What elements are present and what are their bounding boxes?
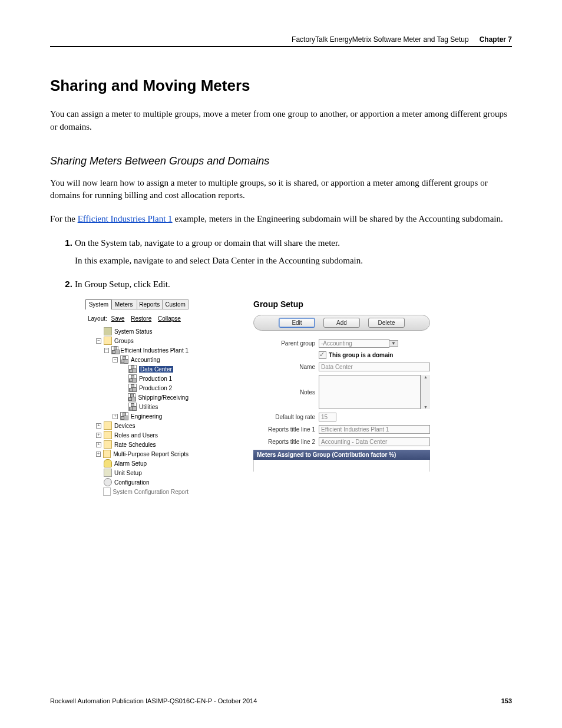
org-icon [120,355,128,364]
tree-unit[interactable]: Unit Setup [88,468,189,477]
intro-paragraph: You can assign a meter to multiple group… [50,108,512,134]
expander-icon[interactable]: − [96,338,101,344]
folder-icon [104,337,112,345]
org-icon [111,346,118,354]
meters-assigned-header: Meters Assigned to Group (Contribution f… [253,450,430,460]
efficient-industries-link[interactable]: Efficient Industries Plant 1 [78,214,173,223]
header-rule [50,46,512,47]
embedded-screenshot: System Meters Reports Custom Layout: Sav… [85,299,512,496]
status-icon [104,327,112,335]
layout-links: Layout: Save Restore Collapse [88,315,189,322]
heading-2: Sharing Meters Between Groups and Domain… [50,155,512,167]
system-tree-panel: System Meters Reports Custom Layout: Sav… [85,299,189,496]
name-label: Name [253,364,319,370]
page-footer: Rockwell Automation Publication IASIMP-Q… [50,697,512,704]
expander-icon[interactable]: + [113,414,118,419]
lograte-label: Default log rate [253,414,319,420]
org-icon [128,365,137,373]
nav-tree: System Status −Groups −Efficient Industr… [85,327,189,496]
layout-label: Layout: [88,315,107,322]
tree-devices[interactable]: +Devices [88,421,189,430]
tree-shipping[interactable]: Shipping/Receiving [88,393,189,402]
step-1-sub: In this example, navigate to and select … [75,255,512,268]
tree-rates[interactable]: +Rate Schedules [88,440,189,449]
tree-production-1[interactable]: Production 1 [88,374,189,383]
tree-data-center[interactable]: Data Center [88,364,189,374]
rt1-label: Reports title line 1 [253,426,319,433]
notes-field[interactable] [319,375,421,409]
group-setup-form: Group Setup Edit Add Delete Parent group… [253,299,430,472]
tab-meters[interactable]: Meters [111,300,137,309]
tree-roles[interactable]: +Roles and Users [88,430,189,440]
tree-alarm[interactable]: Alarm Setup [88,459,189,468]
tree-syscfg[interactable]: System Configuration Report [88,487,189,496]
bell-icon [104,459,112,467]
folder-icon [103,450,111,458]
add-button[interactable]: Add [323,318,360,328]
rt1-field[interactable]: Efficient Industries Plant 1 [319,425,430,434]
tree-mprs[interactable]: +Multi-Purpose Report Scripts [88,449,189,459]
org-icon [128,374,137,383]
expander-icon[interactable]: + [96,442,101,447]
page-number: 153 [501,697,512,704]
org-icon [128,384,137,392]
paragraph-3: For the Efficient Industries Plant 1 exa… [50,213,512,226]
running-header: FactoryTalk EnergyMetrix Software Meter … [50,35,512,44]
form-title: Group Setup [253,299,430,309]
steps-list: On the System tab, navigate to a group o… [50,236,512,291]
delete-button[interactable]: Delete [368,318,405,328]
scrollbar[interactable]: ▲▼ [421,375,430,409]
tab-reports[interactable]: Reports [137,300,163,309]
gear-icon [104,478,112,486]
org-icon [128,403,137,411]
tree-config[interactable]: Configuration [88,477,189,487]
lograte-field[interactable]: 15 [319,413,336,421]
expander-icon[interactable]: − [113,357,118,363]
p3-after: example, meters in the Engineering subdo… [173,214,503,223]
notes-label: Notes [253,375,319,396]
header-topic: FactoryTalk EnergyMetrix Software Meter … [292,35,469,44]
folder-icon [104,421,112,430]
tabs: System Meters Reports Custom [85,299,189,309]
parent-group-select[interactable]: -Accounting [319,339,389,348]
tree-plant[interactable]: −Efficient Industries Plant 1 [88,345,189,355]
tab-system[interactable]: System [85,299,112,309]
org-icon [128,393,135,401]
unit-icon [104,469,112,477]
tree-system-status[interactable]: System Status [88,327,189,336]
tree-production-2[interactable]: Production 2 [88,383,189,393]
tree-groups[interactable]: −Groups [88,336,189,345]
expander-icon[interactable]: − [104,348,109,353]
step-1: On the System tab, navigate to a group o… [75,236,512,268]
scroll-down-icon[interactable]: ▼ [424,405,428,409]
step-1-text: On the System tab, navigate to a group o… [75,238,340,248]
domain-checkbox[interactable] [319,351,326,359]
expander-icon[interactable]: + [96,433,101,438]
publication-line: Rockwell Automation Publication IASIMP-Q… [50,697,257,704]
scroll-up-icon[interactable]: ▲ [424,375,428,379]
heading-1: Sharing and Moving Meters [50,77,512,95]
paragraph-2: You will now learn how to assign a meter… [50,177,512,203]
expander-icon[interactable]: + [96,452,101,457]
edit-button[interactable]: Edit [279,318,315,328]
layout-collapse-link[interactable]: Collapse [158,315,181,322]
tree-utilities[interactable]: Utilities [88,402,189,411]
layout-save-link[interactable]: Save [111,315,125,322]
domain-checkbox-label: This group is a domain [329,352,393,358]
dropdown-arrow-icon[interactable]: ▼ [389,340,398,347]
header-chapter: Chapter 7 [480,35,512,44]
org-icon [120,412,128,420]
expander-icon[interactable]: + [96,423,101,429]
tab-custom[interactable]: Custom [163,300,188,309]
tree-engineering[interactable]: +Engineering [88,411,189,421]
p3-before: For the [50,214,78,223]
form-button-row: Edit Add Delete [253,315,430,331]
report-icon [103,487,111,496]
folder-icon [104,440,112,449]
rt2-label: Reports title line 2 [253,439,319,445]
name-field[interactable]: Data Center [319,363,430,371]
tree-accounting[interactable]: −Accounting [88,355,189,364]
folder-icon [104,431,112,439]
layout-restore-link[interactable]: Restore [131,315,151,322]
rt2-field[interactable]: Accounting - Data Center [319,437,430,446]
